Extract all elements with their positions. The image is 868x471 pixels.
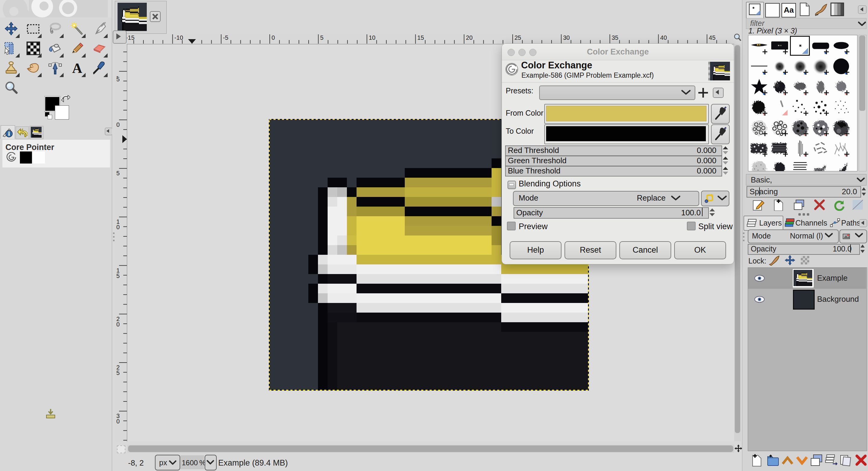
svg-text:0: 0 [272,34,275,41]
svg-text:0: 0 [116,418,120,425]
svg-text:0: 0 [116,224,120,230]
svg-text:-5: -5 [223,34,228,41]
svg-text:0: 0 [116,321,120,328]
svg-text:5: 5 [320,34,323,41]
svg-text:25: 25 [515,34,521,41]
svg-text:40: 40 [660,34,667,41]
svg-text:A: A [72,61,82,75]
svg-text:15: 15 [417,34,424,41]
svg-text:35: 35 [612,34,618,41]
svg-text:30: 30 [563,34,569,41]
svg-text:20: 20 [466,34,472,41]
svg-text:5: 5 [116,370,120,376]
svg-text:5: 5 [116,273,120,279]
svg-text:0: 0 [116,121,120,128]
svg-text:-10: -10 [175,34,183,41]
svg-text:5: 5 [116,76,120,82]
svg-text:5: 5 [116,170,120,176]
svg-text:10: 10 [369,34,375,41]
svg-text:45: 45 [709,34,715,41]
svg-text:-15: -15 [127,34,134,41]
